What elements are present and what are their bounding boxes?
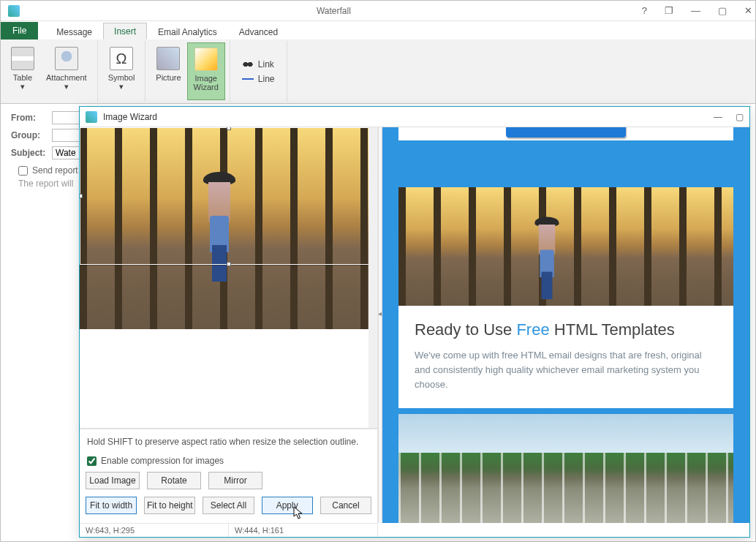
- preview-badge: [506, 127, 627, 138]
- tab-advanced[interactable]: Advanced: [228, 23, 289, 39]
- dialog-titlebar[interactable]: Image Wizard — ▢ ✕: [80, 107, 749, 127]
- ribbon-tabs: File Message Insert Email Analytics Adva…: [1, 21, 755, 39]
- status-bar: W:643, H:295 W:444, H:161: [80, 523, 378, 537]
- preview-text-block: Ready to Use Free HTML Templates We've c…: [398, 306, 733, 408]
- subject-label: Subject:: [11, 148, 52, 158]
- picture-button[interactable]: Picture: [150, 42, 186, 100]
- preview-heading-post: HTML Templates: [550, 320, 675, 339]
- table-icon: [11, 47, 34, 70]
- symbol-icon: Ω: [110, 47, 133, 70]
- restore-icon[interactable]: ❐: [665, 5, 673, 16]
- ribbon-group-symbol: Ω Symbol ▾: [98, 41, 146, 102]
- attachment-icon: [55, 47, 78, 70]
- table-label: Table ▾: [13, 73, 32, 91]
- ribbon-group-link: Link Line: [230, 41, 287, 102]
- tab-file[interactable]: File: [1, 22, 38, 39]
- close-icon[interactable]: ✕: [744, 5, 752, 16]
- picture-label: Picture: [156, 73, 181, 82]
- preview-pane: Ready to Use Free HTML Templates We've c…: [382, 127, 749, 523]
- from-label: From:: [11, 113, 52, 123]
- preview-person: [536, 217, 558, 293]
- preview-top-card: [398, 127, 733, 140]
- preview-heading-accent: Free: [516, 320, 549, 339]
- splitter-handle[interactable]: [378, 127, 382, 523]
- dialog-icon: [86, 111, 97, 123]
- line-icon: [242, 74, 254, 84]
- picture-icon: [156, 47, 180, 70]
- minimize-icon[interactable]: —: [691, 5, 700, 16]
- line-button[interactable]: Line: [242, 74, 275, 84]
- ribbon-group-picture: Picture Image Wizard: [145, 41, 230, 102]
- preview-waterfall-image: [398, 414, 733, 523]
- link-icon: [242, 59, 254, 69]
- maximize-icon[interactable]: ▢: [718, 5, 727, 16]
- fit-to-width-button[interactable]: Fit to width: [86, 497, 137, 514]
- dialog-title: Image Wizard: [103, 112, 714, 122]
- titlebar: Waterfall ? ❐ — ▢ ✕: [1, 1, 755, 21]
- preview-hero-image: [398, 187, 733, 306]
- email-preview[interactable]: Ready to Use Free HTML Templates We've c…: [382, 127, 749, 523]
- link-button[interactable]: Link: [242, 59, 275, 69]
- image-wizard-icon: [194, 48, 218, 71]
- tab-email-analytics[interactable]: Email Analytics: [147, 23, 228, 39]
- image-wizard-button[interactable]: Image Wizard: [187, 42, 225, 100]
- tab-insert[interactable]: Insert: [103, 23, 147, 39]
- window-title: Waterfall: [26, 6, 642, 16]
- editor-controls: Hold SHIFT to preserve aspect ratio when…: [80, 429, 377, 523]
- compress-label: Enable compression for images: [101, 456, 224, 466]
- link-label: Link: [258, 59, 274, 69]
- image-canvas[interactable]: [80, 127, 377, 429]
- send-report-checkbox[interactable]: [18, 166, 28, 176]
- status-full-size: W:643, H:295: [80, 524, 229, 537]
- ribbon: Table ▾ Attachment ▾ Ω Symbol ▾ Picture …: [1, 39, 755, 104]
- selection-handle-bottom[interactable]: [227, 262, 231, 266]
- compress-checkbox[interactable]: [87, 456, 97, 466]
- symbol-button[interactable]: Ω Symbol ▾: [102, 42, 141, 100]
- preview-body: We've come up with free HTML email desig…: [415, 348, 717, 392]
- app-icon: [8, 5, 20, 17]
- line-label: Line: [258, 74, 275, 84]
- selection-outline[interactable]: [80, 127, 377, 265]
- table-button[interactable]: Table ▾: [5, 42, 40, 100]
- cancel-button[interactable]: Cancel: [320, 497, 371, 514]
- rotate-button[interactable]: Rotate: [147, 472, 201, 489]
- attachment-button[interactable]: Attachment ▾: [40, 42, 93, 100]
- tab-message[interactable]: Message: [45, 23, 103, 39]
- hint-text: Hold SHIFT to preserve aspect ratio when…: [86, 437, 371, 456]
- attachment-label: Attachment ▾: [46, 73, 87, 91]
- preview-heading-pre: Ready to Use: [415, 320, 516, 339]
- selection-handle-top[interactable]: [227, 127, 231, 130]
- select-all-button[interactable]: Select All: [203, 497, 254, 514]
- selection-handle-left[interactable]: [80, 194, 83, 198]
- fit-to-height-button[interactable]: Fit to height: [144, 497, 195, 514]
- group-label: Group:: [11, 130, 52, 140]
- preview-heading: Ready to Use Free HTML Templates: [415, 320, 717, 339]
- symbol-label: Symbol ▾: [108, 73, 135, 91]
- compress-checkbox-row[interactable]: Enable compression for images: [87, 456, 371, 466]
- apply-button[interactable]: Apply: [262, 497, 313, 514]
- status-selection-size: W:444, H:161: [229, 524, 378, 537]
- editor-pane: Hold SHIFT to preserve aspect ratio when…: [80, 127, 378, 523]
- image-wizard-dialog: Image Wizard — ▢ ✕: [79, 106, 750, 538]
- dialog-body: Hold SHIFT to preserve aspect ratio when…: [80, 127, 749, 523]
- ribbon-group-table: Table ▾ Attachment ▾: [1, 41, 98, 102]
- window-controls: ? ❐ — ▢ ✕: [642, 5, 752, 16]
- canvas-scrollbar[interactable]: [368, 127, 377, 428]
- mirror-button[interactable]: Mirror: [208, 472, 262, 489]
- image-wizard-label: Image Wizard: [194, 74, 219, 91]
- dialog-maximize-icon[interactable]: ▢: [736, 112, 744, 122]
- dialog-minimize-icon[interactable]: —: [714, 112, 722, 122]
- help-icon[interactable]: ?: [642, 5, 647, 16]
- load-image-button[interactable]: Load Image: [86, 472, 140, 489]
